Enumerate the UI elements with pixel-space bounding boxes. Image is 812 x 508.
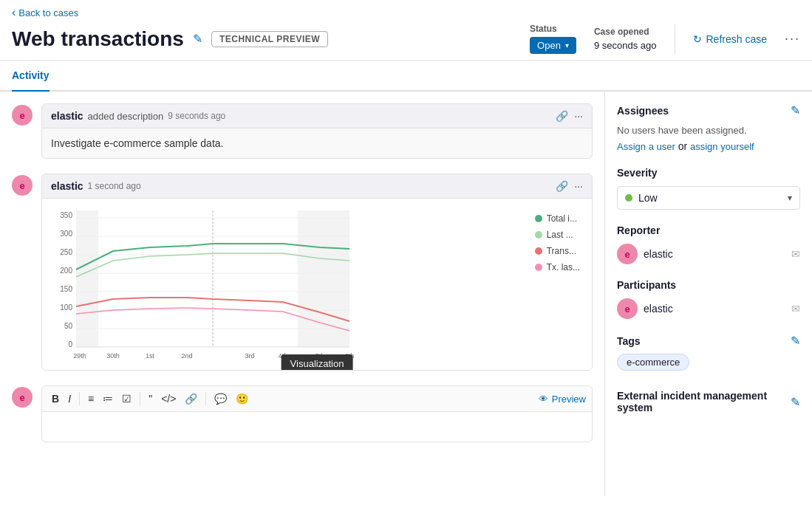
legend-label: Tx. las... [547, 262, 580, 272]
participant-name: elastic [644, 303, 785, 315]
sidebar: Assignees ✎ No users have been assigned.… [605, 92, 812, 496]
legend-color [535, 247, 542, 255]
toolbar-row: B I ≡ ≔ ☑ " </> 🔗 💬 🙂 👁 Preview [42, 386, 592, 412]
activity-item: e elastic added description 9 seconds ag… [12, 103, 593, 159]
chart-container: 350 300 250 200 150 100 50 0 [42, 199, 592, 370]
editor-toolbar: B I ≡ ≔ ☑ " </> 🔗 💬 🙂 👁 Preview [41, 385, 593, 442]
legend-item: Total i... [535, 213, 580, 224]
ext-incident-title: External incident management system [617, 390, 791, 413]
tags-section: Tags ✎ e-commerce [617, 334, 800, 375]
svg-text:6th: 6th [345, 352, 355, 358]
chevron-down-icon: ▾ [565, 41, 569, 49]
quote-button[interactable]: " [145, 391, 156, 407]
svg-text:300: 300 [60, 230, 72, 238]
legend-label: Last ... [547, 230, 573, 240]
chart-legend: Total i... Last ... Trans... [535, 210, 580, 358]
severity-section: Severity Low ▾ [617, 167, 800, 210]
bold-button[interactable]: B [48, 391, 63, 407]
or-text: or [678, 140, 690, 152]
participants-title: Participants [617, 279, 676, 291]
mail-icon[interactable]: ✉ [791, 303, 800, 315]
unordered-list-button[interactable]: ≡ [84, 391, 98, 407]
tags-title: Tags [617, 335, 641, 347]
activity-body: Investigate e-commerce sample data. [42, 128, 592, 158]
editor-item: e B I ≡ ≔ ☑ " </> 🔗 💬 🙂 � [12, 385, 593, 442]
more-actions-icon[interactable]: ··· [574, 110, 583, 122]
participants-header: Participants [617, 279, 800, 291]
status-button[interactable]: Open ▾ [530, 37, 576, 54]
legend-item: Trans... [535, 246, 580, 256]
status-label: Status [530, 24, 576, 34]
tab-activity[interactable]: Activity [12, 61, 50, 92]
toolbar-separator [205, 392, 206, 405]
reporter-avatar: e [617, 244, 638, 264]
chart-visualization: 350 300 250 200 150 100 50 0 [54, 210, 526, 358]
severity-dot [625, 194, 632, 202]
header-divider [675, 24, 675, 54]
tags-edit-icon[interactable]: ✎ [791, 334, 800, 348]
reporter-title: Reporter [617, 224, 660, 236]
task-list-button[interactable]: ☑ [118, 391, 135, 407]
refresh-case-button[interactable]: ↻ Refresh case [693, 33, 767, 45]
legend-item: Last ... [535, 230, 580, 240]
legend-color [535, 264, 542, 271]
activity-author: elastic [51, 110, 83, 122]
eye-icon: 👁 [539, 394, 548, 405]
activity-action: added description [88, 111, 164, 122]
svg-text:30th: 30th [106, 352, 120, 358]
svg-text:50: 50 [64, 322, 73, 330]
severity-select[interactable]: Low ▾ [617, 186, 800, 210]
mail-icon[interactable]: ✉ [791, 248, 800, 260]
participant-row: e elastic ✉ [617, 298, 800, 319]
assign-user-link[interactable]: Assign a user [617, 141, 675, 152]
avatar: e [12, 175, 33, 196]
tabs-bar: Activity [0, 61, 812, 92]
ordered-list-button[interactable]: ≔ [99, 391, 117, 407]
activity-item: e elastic 1 second ago 🔗 ··· [12, 174, 593, 371]
reporter-section: Reporter e elastic ✉ [617, 224, 800, 264]
preview-button[interactable]: 👁 Preview [539, 394, 586, 405]
edit-title-icon[interactable]: ✎ [193, 32, 202, 46]
activity-card: elastic 1 second ago 🔗 ··· 350 300 [41, 174, 593, 371]
legend-color [535, 231, 542, 238]
activity-time: 1 second ago [88, 181, 141, 191]
case-opened-value: 9 seconds ago [594, 40, 657, 51]
link-icon[interactable]: 🔗 [556, 180, 568, 192]
emoji-button[interactable]: 🙂 [232, 391, 252, 407]
reporter-name: elastic [644, 248, 785, 260]
refresh-icon: ↻ [693, 33, 702, 45]
italic-button[interactable]: I [64, 391, 75, 407]
page-title: Web transactions [12, 27, 184, 51]
legend-label: Total i... [547, 213, 577, 224]
svg-text:5th: 5th [315, 352, 325, 358]
no-assign-text: No users have been assigned. [617, 125, 800, 136]
svg-text:150: 150 [60, 285, 72, 293]
activity-card-header: elastic added description 9 seconds ago … [42, 104, 592, 128]
activity-time: 9 seconds ago [168, 111, 225, 121]
svg-text:0: 0 [68, 340, 72, 349]
severity-value: Low [638, 192, 782, 204]
code-button[interactable]: </> [157, 391, 180, 407]
link-icon[interactable]: 🔗 [556, 110, 568, 122]
assignees-title: Assignees [617, 105, 669, 117]
svg-text:3rd: 3rd [245, 352, 254, 358]
comment-button[interactable]: 💬 [211, 391, 231, 407]
link-button[interactable]: 🔗 [181, 391, 201, 407]
svg-text:350: 350 [60, 211, 72, 219]
activity-panel: e elastic added description 9 seconds ag… [0, 92, 605, 496]
more-actions-icon[interactable]: ··· [574, 180, 583, 192]
back-to-cases-link[interactable]: Back to cases [12, 6, 800, 19]
toolbar-separator [140, 392, 140, 405]
ext-incident-edit-icon[interactable]: ✎ [791, 395, 800, 409]
legend-item: Tx. las... [535, 262, 580, 272]
avatar: e [12, 105, 33, 126]
assign-yourself-link[interactable]: assign yourself [690, 141, 754, 152]
editor-body[interactable] [42, 412, 592, 442]
assignees-edit-icon[interactable]: ✎ [791, 103, 800, 117]
tag-chip[interactable]: e-commerce [617, 354, 689, 371]
ext-incident-section: External incident management system ✎ [617, 390, 800, 413]
svg-text:29th: 29th [73, 352, 86, 358]
severity-title: Severity [617, 167, 657, 179]
reporter-row: e elastic ✉ [617, 244, 800, 264]
more-options-icon[interactable]: ··· [785, 31, 800, 47]
